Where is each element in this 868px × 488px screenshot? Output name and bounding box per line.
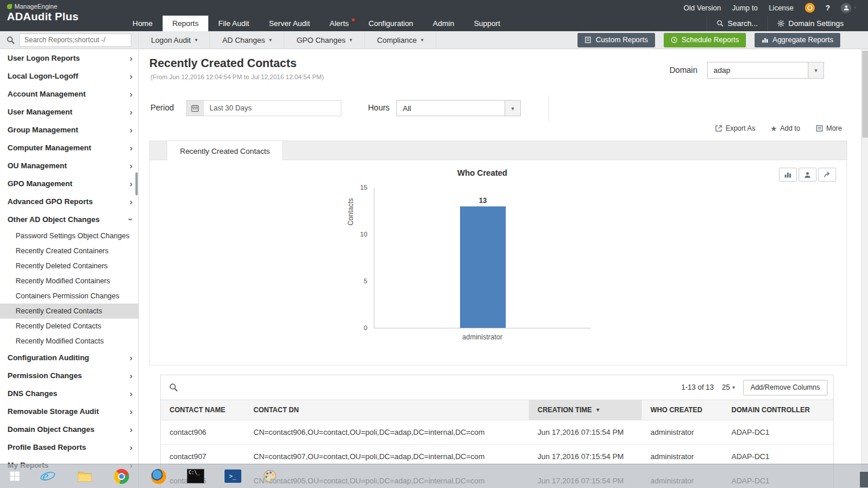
add-remove-columns-button[interactable]: Add/Remove Columns bbox=[743, 380, 827, 395]
col-header-contact-dn[interactable]: CONTACT DN bbox=[245, 400, 529, 420]
sidebar-subitem-recently-modified-contacts[interactable]: Recently Modified Contacts bbox=[0, 334, 138, 349]
menu-compliance[interactable]: Compliance▾ bbox=[365, 31, 436, 49]
nav-server-audit[interactable]: Server Audit bbox=[259, 16, 320, 31]
calendar-button[interactable] bbox=[186, 100, 204, 116]
chart-plot-area: 13 bbox=[374, 188, 591, 328]
support-icon[interactable] bbox=[805, 3, 815, 13]
sidebar-item-group-management[interactable]: Group Management› bbox=[0, 121, 138, 139]
sidebar-subitem-recently-created-containers[interactable]: Recently Created Containers bbox=[0, 243, 138, 258]
table-row[interactable]: contact906 CN=contact906,OU=contact,OU=p… bbox=[161, 420, 833, 445]
chart-user-filter-button[interactable] bbox=[799, 168, 816, 182]
sidebar-subitem-recently-created-contacts[interactable]: Recently Created Contacts bbox=[0, 304, 138, 319]
add-to-button[interactable]: ★ Add to bbox=[770, 124, 800, 132]
sidebar-item-user-management[interactable]: User Management› bbox=[0, 103, 138, 121]
menu-gpo-changes[interactable]: GPO Changes▾ bbox=[284, 31, 365, 49]
sidebar-subitem-recently-deleted-contacts[interactable]: Recently Deleted Contacts bbox=[0, 319, 138, 334]
sidebar-subitem-recently-deleted-containers[interactable]: Recently Deleted Containers bbox=[0, 258, 138, 273]
internet-explorer-icon[interactable]: e bbox=[29, 464, 66, 488]
gear-icon bbox=[777, 20, 785, 27]
firefox-icon[interactable] bbox=[140, 464, 177, 488]
sidebar-subitem-recently-modified-containers[interactable]: Recently Modified Containers bbox=[0, 273, 138, 289]
sidebar-subitem-containers-permission-changes[interactable]: Containers Permission Changes bbox=[0, 289, 138, 304]
hours-label: Hours bbox=[368, 103, 389, 112]
sidebar-item-local-logon-logoff[interactable]: Local Logon-Logoff› bbox=[0, 67, 138, 85]
sidebar-item-account-management[interactable]: Account Management› bbox=[0, 85, 138, 103]
period-input[interactable] bbox=[203, 100, 341, 116]
y-tick: 10 bbox=[349, 231, 367, 238]
old-version-link[interactable]: Old Version bbox=[683, 4, 721, 12]
hours-select[interactable]: All ▾ bbox=[396, 100, 521, 116]
chart-toolbar bbox=[779, 168, 836, 182]
domain-settings-button[interactable]: Domain Settings bbox=[767, 16, 853, 31]
sidebar-item-ou-management[interactable]: OU Management› bbox=[0, 157, 138, 175]
nav-admin[interactable]: Admin bbox=[423, 16, 464, 31]
nav-configuration[interactable]: Configuration bbox=[359, 16, 423, 31]
command-prompt-icon[interactable]: C:\_ bbox=[177, 464, 214, 488]
start-button[interactable] bbox=[0, 464, 29, 488]
more-button[interactable]: More bbox=[815, 124, 842, 132]
chevron-down-icon: ▾ bbox=[421, 38, 424, 43]
tab-recently-created-contacts[interactable]: Recently Created Contacts bbox=[167, 141, 283, 161]
menu-ad-changes[interactable]: AD Changes▾ bbox=[210, 31, 284, 49]
nav-support[interactable]: Support bbox=[464, 16, 510, 31]
menu-logon-audit[interactable]: Logon Audit▾ bbox=[138, 31, 210, 49]
sidebar-item-advanced-gpo-reports[interactable]: Advanced GPO Reports› bbox=[0, 193, 138, 210]
col-header-creation-time[interactable]: CREATION TIME▼ bbox=[529, 400, 642, 420]
sidebar-item-other-ad-object-changes[interactable]: Other AD Object Changes› bbox=[0, 210, 138, 228]
sidebar-item-computer-management[interactable]: Computer Management› bbox=[0, 139, 138, 157]
search-icon bbox=[716, 20, 724, 27]
bar-administrator[interactable]: 13 bbox=[460, 206, 506, 328]
jump-to-link[interactable]: Jump to bbox=[732, 4, 757, 12]
aggregate-reports-button[interactable]: Aggregate Reports bbox=[755, 33, 840, 47]
help-icon[interactable]: ? bbox=[826, 3, 830, 12]
nav-home[interactable]: Home bbox=[123, 16, 163, 31]
chart-type-button[interactable] bbox=[779, 168, 797, 182]
col-header-contact-name[interactable]: CONTACT NAME bbox=[161, 400, 245, 420]
page-scrollbar-thumb[interactable] bbox=[862, 51, 868, 138]
sidebar-item-profile-based-reports[interactable]: Profile Based Reports› bbox=[0, 438, 138, 456]
sidebar-item-domain-object-changes[interactable]: Domain Object Changes› bbox=[0, 420, 138, 438]
chevron-right-icon: › bbox=[130, 197, 133, 206]
sidebar-subgroup-other-ad-object-changes: Password Settings Object Changes Recentl… bbox=[0, 228, 138, 349]
chevron-down-icon: ▾ bbox=[732, 385, 735, 390]
product-name: ADAudit Plus bbox=[7, 10, 126, 23]
col-header-who-created[interactable]: WHO CREATED bbox=[642, 400, 723, 420]
header-search-button[interactable]: Search... bbox=[707, 16, 767, 31]
sidebar-item-permission-changes[interactable]: Permission Changes› bbox=[0, 367, 138, 385]
sidebar-subitem-password-settings-object-changes[interactable]: Password Settings Object Changes bbox=[0, 228, 138, 243]
chart-export-button[interactable] bbox=[818, 168, 836, 182]
sidebar-item-user-logon-reports[interactable]: User Logon Reports› bbox=[0, 49, 138, 67]
export-curve-icon bbox=[823, 171, 832, 179]
page-scrollbar[interactable] bbox=[861, 49, 868, 488]
sidebar-item-dns-changes[interactable]: DNS Changes› bbox=[0, 385, 138, 402]
report-action-buttons: Custom Reports Schedule Reports Aggregat… bbox=[578, 33, 840, 47]
powershell-icon[interactable]: >_ bbox=[214, 464, 251, 488]
custom-reports-button[interactable]: Custom Reports bbox=[578, 33, 654, 47]
schedule-reports-button[interactable]: Schedule Reports bbox=[664, 33, 746, 47]
table-search-icon[interactable] bbox=[169, 383, 178, 392]
nav-file-audit[interactable]: File Audit bbox=[208, 16, 259, 31]
license-link[interactable]: License bbox=[768, 4, 793, 12]
sidebar-item-gpo-management[interactable]: GPO Management› bbox=[0, 175, 138, 193]
user-menu[interactable]: ▾ bbox=[841, 3, 856, 13]
chrome-icon[interactable] bbox=[103, 464, 140, 488]
chart-panel: Who Created Contacts 15 10 5 0 13 admini… bbox=[149, 160, 847, 365]
nav-alerts[interactable]: Alerts bbox=[320, 16, 359, 31]
export-as-button[interactable]: Export As bbox=[715, 124, 755, 132]
paint-icon[interactable] bbox=[251, 464, 288, 488]
nav-reports[interactable]: Reports bbox=[163, 16, 209, 31]
scrollbar-bottom-nub[interactable] bbox=[860, 472, 868, 487]
app-logo[interactable]: ManageEngine ADAudit Plus bbox=[7, 3, 126, 23]
sidebar-item-configuration-auditing[interactable]: Configuration Auditing› bbox=[0, 349, 138, 367]
chevron-down-icon: ▾ bbox=[269, 38, 272, 43]
domain-select[interactable]: adap ▾ bbox=[707, 62, 824, 79]
col-header-domain-controller[interactable]: DOMAIN CONTROLLER bbox=[723, 400, 833, 420]
sidebar-item-removable-storage-audit[interactable]: Removable Storage Audit› bbox=[0, 402, 138, 420]
page-size-select[interactable]: 25▾ bbox=[722, 383, 735, 391]
file-explorer-icon[interactable] bbox=[66, 464, 103, 488]
chevron-right-icon: › bbox=[130, 161, 133, 170]
report-search-input[interactable] bbox=[19, 34, 131, 47]
sidebar-scrollbar-thumb[interactable] bbox=[135, 172, 138, 195]
chevron-down-icon: ▾ bbox=[195, 38, 198, 43]
table-toolbar: 1-13 of 13 25▾ Add/Remove Columns bbox=[161, 375, 833, 400]
